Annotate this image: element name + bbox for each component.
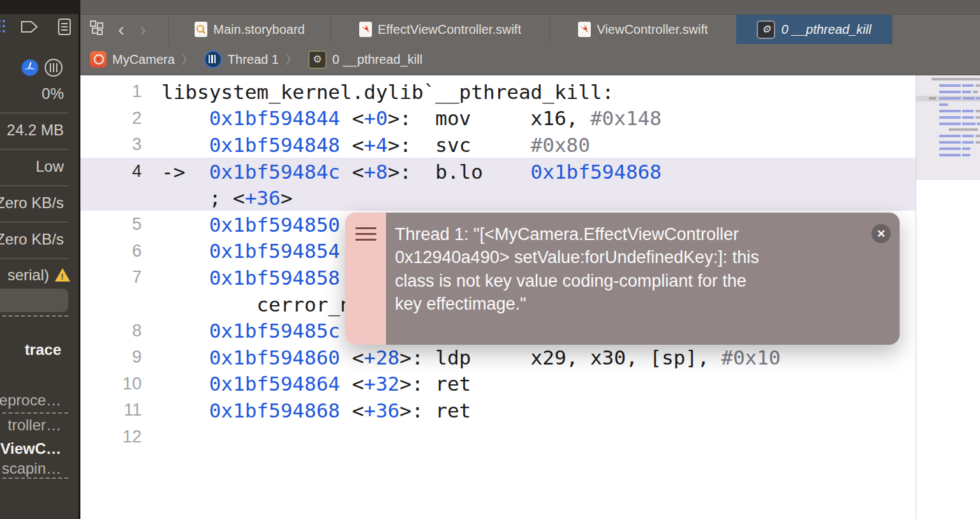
minimap[interactable]	[916, 75, 980, 180]
stat-label: Low	[36, 158, 64, 175]
breadcrumb-item-0-pthread-kill[interactable]: ⚙0 __pthread_kill	[308, 50, 422, 69]
editor-layout-icon[interactable]	[89, 20, 105, 40]
line-number[interactable]: 4	[80, 162, 142, 181]
code-text: -> 0x1bf59484c <+8>: b.lo 0x1bf594868	[161, 160, 662, 183]
stat-label: Zero KB/s	[0, 194, 64, 211]
breadcrumb-label: Thread 1	[228, 52, 279, 67]
app-icon	[90, 51, 107, 68]
code-line-4: 4-> 0x1bf59484c <+8>: b.lo 0x1bf594868	[80, 158, 980, 185]
tab-effectviewcontroller-swift[interactable]: EffectViewController.swift	[330, 15, 549, 44]
report-list-icon[interactable]	[57, 18, 71, 38]
code-text: 0x1bf594864 <+32>: ret	[161, 372, 471, 395]
sidebar-divider	[78, 0, 80, 519]
line-number[interactable]: 2	[80, 109, 142, 128]
code-line-2: 2 0x1bf594844 <+0>: mov x16, #0x148	[80, 105, 980, 132]
breadcrumb-separator: 〉	[285, 51, 298, 68]
line-number[interactable]: 8	[80, 321, 142, 341]
code-text: ; <+36>	[161, 186, 292, 209]
stack-frame-item[interactable]: reproce…	[0, 391, 61, 409]
thread-icon	[204, 50, 222, 68]
code-text: 0x1bf594858	[161, 266, 340, 289]
minimap-row	[916, 91, 980, 93]
line-number[interactable]: 9	[80, 347, 142, 367]
minimap-row	[916, 116, 980, 119]
minimap-row	[916, 141, 980, 144]
xcode-debug-window: ‹ › Main.storyboardEffectViewController.…	[0, 0, 980, 519]
line-number[interactable]: 3	[80, 135, 142, 154]
code-text: 0x1bf594868 <+36>: ret	[161, 399, 471, 422]
line-number[interactable]: 12	[80, 427, 142, 447]
breakpoint-dots-icon[interactable]	[0, 20, 6, 36]
jump-bar: MyCamera〉Thread 1〉⚙0 __pthread_kill	[80, 44, 980, 75]
sidebar-divider-line	[0, 222, 68, 223]
code-text: 0x1bf594854	[161, 239, 340, 262]
line-number[interactable]: 7	[80, 267, 142, 287]
tab-label: 0 __pthread_kill	[781, 22, 871, 37]
debug-gauge-stat[interactable]: 0%	[41, 85, 64, 103]
minimap-row	[916, 110, 980, 112]
debug-gauge-stat[interactable]: Zero KB/s	[0, 194, 64, 212]
tag-icon[interactable]	[20, 19, 38, 37]
code-line-9: 9 0x1bf594860 <+28>: ldp x29, x30, [sp],…	[80, 344, 980, 371]
minimap-row	[916, 103, 980, 106]
gear-icon: ⚙	[757, 20, 775, 39]
stack-frame-item[interactable]: trace	[25, 341, 61, 359]
stack-frame-item[interactable]: ViewC…	[0, 440, 61, 458]
code-text: 0x1bf594860 <+28>: ldp x29, x30, [sp], #…	[161, 346, 781, 369]
breadcrumb-item-thread-1[interactable]: Thread 1	[204, 50, 279, 68]
debug-gauge-stat[interactable]: 24.2 MB	[7, 121, 64, 139]
tab-bar-controls: ‹ ›	[80, 15, 168, 44]
debug-gauge-stat[interactable]: Low	[36, 158, 64, 176]
tab-viewcontroller-swift[interactable]: ViewController.swift	[549, 15, 736, 44]
minimap-row	[916, 123, 980, 125]
line-number[interactable]: 6	[80, 241, 142, 261]
exception-popup: Thread 1: "[<MyCamera.EffectViewControll…	[345, 213, 900, 345]
line-number[interactable]: 1	[80, 82, 142, 102]
stack-frame-item[interactable]: scapin…	[2, 460, 61, 478]
warning-icon: !	[55, 268, 70, 282]
code-line-12: 12	[80, 424, 980, 451]
stack-frame-item[interactable]: troller…	[8, 416, 61, 434]
swift-file-icon	[359, 22, 372, 37]
stat-label: 24.2 MB	[7, 121, 64, 139]
exception-message-line: Thread 1: "[<MyCamera.EffectViewControll…	[395, 223, 867, 246]
forward-button[interactable]: ›	[140, 19, 146, 40]
breadcrumb-item-mycamera[interactable]: MyCamera	[90, 51, 175, 68]
sidebar-divider-line	[0, 149, 68, 150]
popup-close-button[interactable]: ✕	[872, 224, 891, 243]
code-line-10: 10 0x1bf594864 <+32>: ret	[80, 371, 980, 398]
tab-0-pthread-kill[interactable]: ⚙0 __pthread_kill	[736, 15, 892, 44]
code-text: 0x1bf594844 <+0>: mov x16, #0x148	[161, 107, 662, 130]
cpu-gauge-icon[interactable]	[22, 59, 38, 76]
tab-bar-filler	[892, 15, 980, 44]
tab-label: EffectViewController.swift	[378, 22, 521, 37]
line-number[interactable]: 10	[80, 374, 142, 394]
sidebar-divider-line	[0, 185, 68, 186]
threads-icon[interactable]	[45, 59, 63, 77]
debug-gauge-stat[interactable]: serial)!	[8, 266, 70, 284]
line-number[interactable]: 11	[80, 400, 142, 420]
sidebar-divider-line	[0, 112, 68, 114]
code-line-3: 3 0x1bf594848 <+4>: svc #0x80	[80, 132, 980, 158]
sidebar-divider-line	[0, 258, 68, 259]
tab-label: Main.storyboard	[213, 22, 304, 37]
storyboard-file-icon	[195, 22, 207, 37]
code-text: 0x1bf59485c	[161, 319, 340, 342]
popup-drag-handle-icon[interactable]	[355, 227, 376, 244]
minimap-row	[916, 78, 980, 80]
breadcrumb-label: MyCamera	[112, 52, 175, 67]
sidebar-dashed-divider	[0, 315, 68, 317]
stat-label: serial)	[8, 266, 49, 283]
stat-label: 0%	[41, 85, 64, 102]
selected-stack-frame-row[interactable]	[0, 289, 68, 312]
stat-label: Zero KB/s	[0, 230, 64, 248]
tab-main-storyboard[interactable]: Main.storyboard	[168, 15, 330, 44]
line-number[interactable]: 5	[80, 214, 142, 234]
exception-message-line: class is not key value coding-compliant …	[395, 269, 867, 292]
code-text: libsystem_kernel.dylib`__pthread_kill:	[161, 80, 614, 103]
minimap-row	[916, 84, 980, 87]
exception-message: Thread 1: "[<MyCamera.EffectViewControll…	[395, 223, 867, 315]
debug-gauge-stat[interactable]: Zero KB/s	[0, 230, 64, 248]
back-button[interactable]: ‹	[118, 19, 124, 40]
editor-tab-bar: ‹ › Main.storyboardEffectViewController.…	[80, 15, 980, 44]
